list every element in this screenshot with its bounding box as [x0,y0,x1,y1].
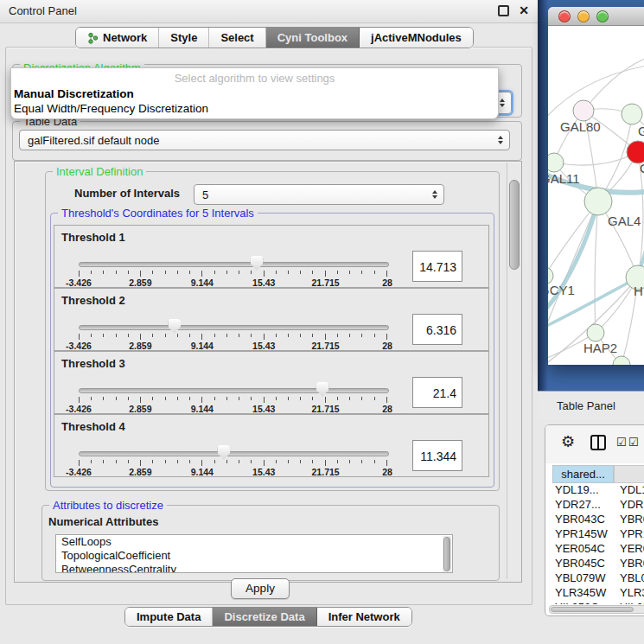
column-header-shared-name[interactable]: shared... [552,465,614,483]
dropdown-option-equal-width[interactable]: Equal Width/Frequency Discretization [11,101,498,116]
tab-network[interactable]: Network [76,28,159,48]
node-label: GA [638,124,644,138]
table-row[interactable]: YER054CYER054C [552,542,644,557]
close-traffic-light-icon[interactable] [558,10,571,22]
network-node-ga[interactable] [622,104,642,124]
cell-shared-name: YDL19... [552,483,616,498]
tick-label: 21.715 [312,341,340,351]
close-icon[interactable]: ✕ [519,5,529,16]
tick-label: 21.715 [312,404,340,414]
combo-stepper-icon[interactable] [500,99,505,107]
threshold-slider[interactable]: -3.4262.8599.14415.4321.71528 [79,289,387,350]
combo-stepper-icon[interactable] [432,190,437,199]
tab-jactivemnodules[interactable]: jActiveMNodules [360,28,473,48]
tab-label: Network [103,31,147,44]
scrollbar-thumb[interactable] [551,607,634,612]
network-graph-canvas[interactable]: GAL80GACGAL11GAL4GCY1HHAP2 [548,26,644,365]
threshold-value-field[interactable]: 11.344 [412,440,462,471]
threshold-value-field[interactable]: 21.4 [412,377,462,408]
network-node-gcy1[interactable] [548,267,553,284]
gear-icon[interactable]: ⚙ [561,433,575,450]
tick-ruler [79,334,387,340]
threshold-row: Threshold 4-3.4262.8599.14415.4321.71528… [54,414,489,477]
tab-select[interactable]: Select [209,28,265,48]
table-row[interactable]: YBR045CYBR045C [552,557,644,571]
scrollbar-thumb[interactable] [443,537,450,571]
tick-labels: -3.4262.8599.14415.4321.71528 [79,277,387,288]
slider-track[interactable] [79,262,389,267]
tick-label: -3.426 [66,467,92,477]
tab-impute-data[interactable]: Impute Data [125,608,213,626]
tab-cyni-toolbox[interactable]: Cyni Toolbox [266,28,360,48]
table-row[interactable]: YIL052CYIL052C [552,601,644,604]
slider-thumb-icon[interactable] [316,382,329,397]
checkbox-icon[interactable]: ☑ [616,437,627,448]
float-window-icon[interactable] [498,5,509,16]
table-row[interactable]: YBL079WYBL079W [552,571,644,586]
tick-label: 15.43 [252,341,275,351]
num-intervals-combobox[interactable]: 5 [194,184,444,205]
network-window-titlebar[interactable] [548,7,644,26]
slider-track[interactable] [79,451,389,456]
combo-stepper-icon[interactable] [498,136,503,144]
network-node-gal80[interactable] [573,100,594,121]
slider-thumb-icon[interactable] [251,256,264,271]
network-edge[interactable] [595,201,598,333]
network-node-gal11[interactable] [548,153,564,172]
table-data-combobox[interactable]: galFiltered.sif default node [19,130,510,150]
table-row[interactable]: YLR345WYLR345W [552,586,644,601]
network-node-hap2[interactable] [587,324,604,341]
tick-label: 2.859 [129,467,151,477]
tick-labels: -3.4262.8599.14415.4321.71528 [79,404,387,414]
tab-infer-network[interactable]: Infer Network [317,608,411,626]
interval-definition-title: Interval Definition [53,165,146,178]
zoom-traffic-light-icon[interactable] [596,10,609,22]
tick-label: 2.859 [129,277,151,288]
tab-style[interactable]: Style [159,28,209,48]
tick-label: -3.426 [66,404,92,414]
node-label: GCY1 [548,283,575,297]
column-header-name[interactable]: na [614,465,644,483]
network-edge[interactable] [554,152,638,165]
tick-labels: -3.4262.8599.14415.4321.71528 [79,341,387,351]
list-item[interactable]: TopologicalCoefficient [56,549,452,563]
minimize-traffic-light-icon[interactable] [577,10,590,22]
list-item[interactable]: SelfLoops [56,535,452,549]
slider-thumb-icon[interactable] [217,445,230,460]
horizontal-scrollbar[interactable] [549,605,644,614]
checkbox-icon[interactable]: ☑ [628,437,639,448]
split-view-icon[interactable] [590,435,606,450]
table-row[interactable]: YPR145WYPR145W [552,527,644,542]
scrollbar-thumb[interactable] [509,180,520,270]
network-edge[interactable] [583,54,644,111]
threshold-row: Threshold 3-3.4262.8599.14415.4321.71528… [54,351,489,414]
slider-thumb-icon[interactable] [168,319,181,334]
table-row[interactable]: YDL19...YDL19 [552,483,644,498]
threshold-slider[interactable]: -3.4262.8599.14415.4321.71528 [79,226,387,287]
table-row[interactable]: YBR043CYBR043C [552,513,644,527]
cell-name: YBR045C [616,557,644,571]
cell-name: YBR043C [616,513,644,527]
node-label: H [634,284,643,298]
algorithm-dropdown-popup: Select algorithm to view settings Manual… [10,67,499,119]
network-graph[interactable]: GAL80GACGAL11GAL4GCY1HHAP2 [548,26,644,365]
threshold-value-field[interactable]: 14.713 [412,251,462,282]
slider-track[interactable] [79,325,389,330]
apply-button[interactable]: Apply [231,578,290,599]
numerical-attributes-list[interactable]: SelfLoopsTopologicalCoefficientBetweenne… [55,534,453,573]
panel-title: Control Panel [9,4,77,17]
dropdown-option-manual[interactable]: Manual Discretization [11,86,498,101]
threshold-slider[interactable]: -3.4262.8599.14415.4321.71528 [79,415,387,476]
threshold-slider[interactable]: -3.4262.8599.14415.4321.71528 [79,352,387,413]
table-row[interactable]: YDR27...YDR27 [552,498,644,513]
threshold-value-field[interactable]: 6.316 [412,314,462,345]
tick-labels: -3.4262.8599.14415.4321.71528 [79,467,387,477]
slider-track[interactable] [79,388,389,393]
tab-discretize-data[interactable]: Discretize Data [213,608,316,626]
cell-name: YER054C [616,542,644,557]
network-node-gal4[interactable] [584,188,612,215]
vertical-scrollbar[interactable] [507,163,520,579]
list-item[interactable]: BetweennessCentrality [56,563,452,573]
tick-label: 9.144 [191,404,214,414]
list-scrollbar[interactable] [443,536,451,572]
